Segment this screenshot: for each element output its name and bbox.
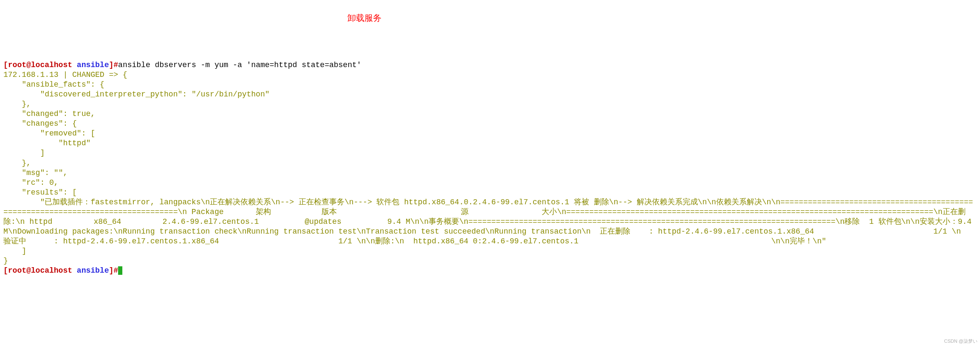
output-line: "results": [ <box>3 188 77 197</box>
prompt-dir: ansible <box>77 61 109 69</box>
output-line: "ansible_facts": { <box>3 80 104 89</box>
watermark-text: CSDN @柒梦い <box>944 338 977 344</box>
output-results-body: "已加载插件：fastestmirror, langpacks\n正在解决依赖关… <box>3 198 976 245</box>
terminal-output[interactable]: [root@localhost ansible]#ansible dbserve… <box>3 60 977 276</box>
output-line: ] <box>3 247 26 255</box>
command-text: ansible dbservers -m yum -a 'name=httpd … <box>118 61 361 69</box>
output-line: "msg": "", <box>3 169 68 177</box>
output-line: "httpd" <box>3 139 90 147</box>
output-line: 172.168.1.13 | CHANGED => { <box>3 71 127 79</box>
output-line: ] <box>3 149 45 157</box>
output-line: "discovered_interpreter_python": "/usr/b… <box>3 90 270 99</box>
output-line: }, <box>3 159 31 167</box>
output-line: } <box>3 257 8 265</box>
prompt-hash: # <box>113 266 118 275</box>
output-line: "removed": [ <box>3 129 95 138</box>
prompt-dir: ansible <box>77 266 109 275</box>
cursor-icon <box>118 266 122 275</box>
prompt-user-host: [root@localhost <box>3 266 77 275</box>
output-line: "changed": true, <box>3 110 95 118</box>
prompt-close: ] <box>109 266 113 275</box>
output-line: "changes": { <box>3 119 77 128</box>
prompt-user-host: [root@localhost <box>3 61 77 69</box>
annotation-label: 卸载服务 <box>347 13 381 24</box>
prompt-close: ] <box>109 61 113 69</box>
output-line: }, <box>3 100 31 108</box>
prompt-hash: # <box>113 61 118 69</box>
output-line: "rc": 0, <box>3 178 59 187</box>
